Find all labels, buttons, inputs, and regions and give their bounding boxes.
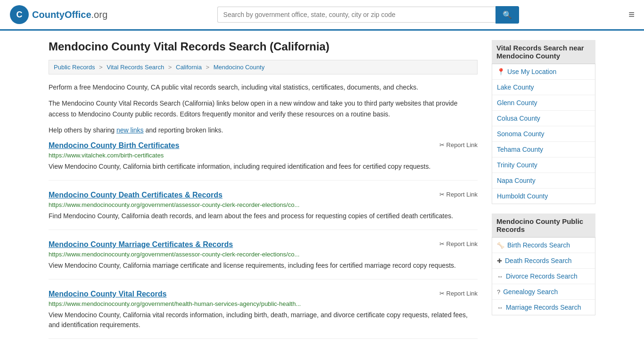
result-url: https://www.mendocinocounty.org/governme… <box>49 251 478 258</box>
svg-text:C: C <box>17 10 23 19</box>
result-desc: Find Mendocino County, California death … <box>49 211 478 221</box>
content-area: Mendocino County Vital Records Search (C… <box>49 40 478 349</box>
scissors-icon: ✂ <box>439 191 445 198</box>
result-url: https://www.vitalchek.com/birth-certific… <box>49 152 478 159</box>
search-area: 🔍 <box>217 6 519 24</box>
results-list: Mendocino County Birth Certificates ✂ Re… <box>49 141 478 339</box>
result-desc: View Mendocino County, California vital … <box>49 310 478 330</box>
sidebar-item-death-records: ✚ Death Records Search <box>492 253 595 269</box>
report-link[interactable]: ✂ Report Link <box>439 290 478 297</box>
scissors-icon: ✂ <box>439 290 445 297</box>
birth-icon: 🦴 <box>497 242 504 249</box>
new-links-link[interactable]: new links <box>116 126 144 134</box>
description-1: Perform a free Mendocino County, CA publ… <box>49 82 478 92</box>
result-item: Mendocino County Marriage Certificates &… <box>49 240 478 280</box>
hamburger-icon: ≡ <box>628 8 635 20</box>
result-title[interactable]: Mendocino County Death Certificates & Re… <box>49 191 223 199</box>
marriage-icon: ↔ <box>497 304 503 311</box>
sidebar-item-colusa-county: Colusa County <box>492 111 595 126</box>
report-link[interactable]: ✂ Report Link <box>439 191 478 198</box>
result-title[interactable]: Mendocino County Marriage Certificates &… <box>49 240 233 249</box>
page-title: Mendocino County Vital Records Search (C… <box>49 40 478 53</box>
logo-icon: C <box>9 5 29 25</box>
logo-area: C CountyOffice.org <box>9 5 107 25</box>
breadcrumb-mendocino-county[interactable]: Mendocino County <box>214 64 264 71</box>
sidebar-item-glenn-county: Glenn County <box>492 95 595 111</box>
result-item: Mendocino County Vital Records ✂ Report … <box>49 290 478 339</box>
result-title[interactable]: Mendocino County Birth Certificates <box>49 141 179 150</box>
description-3: Help others by sharing new links and rep… <box>49 125 478 135</box>
description-2: The Mendocino County Vital Records Searc… <box>49 98 478 119</box>
location-pin-icon: 📍 <box>497 68 505 75</box>
report-link[interactable]: ✂ Report Link <box>439 240 478 247</box>
result-item: Mendocino County Birth Certificates ✂ Re… <box>49 141 478 181</box>
search-button[interactable]: 🔍 <box>495 6 519 24</box>
sidebar-item-tehama-county: Tehama County <box>492 142 595 157</box>
result-desc: View Mendocino County, California marria… <box>49 261 478 271</box>
sidebar-nearby-section: Vital Records Search near Mendocino Coun… <box>492 40 595 204</box>
menu-button[interactable]: ≡ <box>628 9 635 20</box>
sidebar-item-humboldt-county: Humboldt County <box>492 189 595 204</box>
result-desc: View Mendocino County, California birth … <box>49 162 478 172</box>
divorce-icon: ↔ <box>497 273 503 280</box>
sidebar-item-sonoma-county: Sonoma County <box>492 126 595 142</box>
search-icon: 🔍 <box>503 11 512 19</box>
sidebar-nearby-title: Vital Records Search near Mendocino Coun… <box>492 40 595 64</box>
result-url: https://www.mendocinocounty.org/governme… <box>49 300 478 307</box>
death-icon: ✚ <box>497 257 502 264</box>
scissors-icon: ✂ <box>439 141 445 148</box>
search-input[interactable] <box>217 7 495 23</box>
report-link[interactable]: ✂ Report Link <box>439 141 478 148</box>
result-item: Mendocino County Death Certificates & Re… <box>49 191 478 230</box>
sidebar-item-lake-county: Lake County <box>492 80 595 95</box>
logo-text: CountyOffice.org <box>32 9 107 20</box>
sidebar-item-divorce-records: ↔ Divorce Records Search <box>492 269 595 284</box>
genealogy-icon: ? <box>497 288 500 296</box>
sidebar-public-records-title: Mendocino County Public Records <box>492 214 595 238</box>
use-my-location-link[interactable]: Use My Location <box>507 68 556 75</box>
breadcrumb-vital-records-search[interactable]: Vital Records Search <box>107 64 164 71</box>
header: C CountyOffice.org 🔍 ≡ <box>0 0 644 31</box>
sidebar-item-genealogy: ? Genealogy Search <box>492 284 595 300</box>
sidebar-public-records-list: 🦴 Birth Records Search ✚ Death Records S… <box>492 238 595 315</box>
breadcrumb-california[interactable]: California <box>176 64 202 71</box>
sidebar-item-trinity-county: Trinity County <box>492 157 595 173</box>
sidebar: Vital Records Search near Mendocino Coun… <box>492 40 595 349</box>
sidebar-item-marriage-records: ↔ Marriage Records Search <box>492 300 595 315</box>
sidebar-nearby-list: 📍 Use My Location Lake County Glenn Coun… <box>492 64 595 204</box>
breadcrumb-public-records[interactable]: Public Records <box>54 64 95 71</box>
breadcrumb: Public Records > Vital Records Search > … <box>49 60 478 74</box>
sidebar-use-location-item: 📍 Use My Location <box>492 64 595 80</box>
sidebar-item-birth-records: 🦴 Birth Records Search <box>492 238 595 253</box>
sidebar-public-records-section: Mendocino County Public Records 🦴 Birth … <box>492 214 595 315</box>
scissors-icon: ✂ <box>439 240 445 247</box>
result-title[interactable]: Mendocino County Vital Records <box>49 290 166 298</box>
sidebar-item-napa-county: Napa County <box>492 173 595 189</box>
result-url: https://www.mendocinocounty.org/governme… <box>49 201 478 208</box>
main-layout: Mendocino County Vital Records Search (C… <box>39 31 605 359</box>
